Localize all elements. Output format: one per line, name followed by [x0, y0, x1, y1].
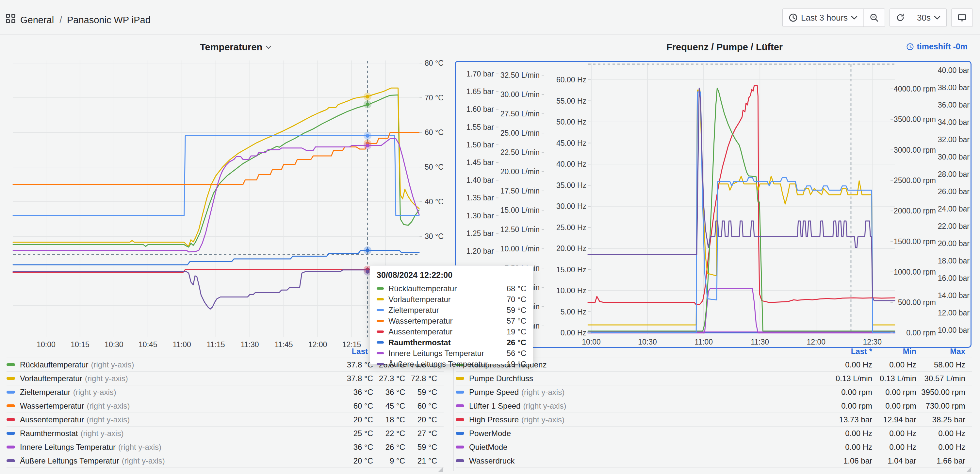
legend-value-max: 730.00 rpm — [916, 401, 965, 410]
legend-value-max: 38.25 bar — [916, 415, 965, 424]
tooltip-color-swatch — [377, 298, 384, 300]
y-axis-label: 70 °C — [425, 93, 444, 102]
kiosk-mode-button[interactable] — [951, 9, 972, 27]
legend-label[interactable]: Raumthermostat(right y-axis) — [6, 429, 334, 438]
legend-row-innere[interactable]: Innere Leitungs Temperatur(right y-axis)… — [6, 440, 444, 454]
legend-row-ziel[interactable]: Zieltemperatur(right y-axis)36 °C36 °C59… — [6, 385, 444, 399]
legend-label[interactable]: Innere Leitungs Temperatur(right y-axis) — [6, 443, 334, 452]
legend-label[interactable]: Lüfter 1 Speed(right y-axis) — [456, 401, 817, 410]
legend-row-powermode[interactable]: PowerMode0.00 Hz0.00 Hz0.00 Hz — [456, 426, 972, 440]
legend-value-max: 59 °C — [405, 388, 437, 397]
refresh-button[interactable] — [890, 9, 911, 27]
tooltip-color-swatch — [377, 363, 384, 365]
legend-value-max: 1.66 bar — [916, 456, 965, 466]
tooltip-series-name: Innere Leitungs Temperatur — [388, 349, 507, 358]
legend-row-kompressor[interactable]: Kompressor Frequenz0.00 Hz0.00 Hz58.00 H… — [456, 357, 972, 371]
legend-value-last: 0.00 rpm — [817, 388, 872, 397]
legend-row-luefter[interactable]: Lüfter 1 Speed(right y-axis)0.00 rpm0.00… — [456, 399, 972, 413]
tooltip-series-name: Äußere Leitungs Temperatur — [388, 359, 507, 369]
y-axis-label: 80 °C — [425, 59, 444, 68]
legend-resize-handle[interactable] — [438, 467, 443, 472]
legend-color-swatch — [456, 432, 464, 435]
legend-value-min: 1.04 bar — [872, 456, 916, 466]
legend-value-max: 20 °C — [405, 415, 437, 424]
legend-value-min: 0.00 Hz — [872, 443, 916, 452]
right-chart-canvas[interactable] — [588, 63, 895, 334]
right-panel-title[interactable]: Frequenz / Pumpe / Lüfter — [667, 42, 783, 53]
legend-color-swatch — [456, 418, 464, 421]
legend-row-aeussere[interactable]: Äußere Leitungs Temperatur(right y-axis)… — [6, 454, 444, 468]
legend-value-last: 0.00 rpm — [817, 401, 872, 410]
legend-row-raum[interactable]: Raumthermostat(right y-axis)25 °C22 °C27… — [6, 426, 444, 440]
legend-value-max: 0.00 Hz — [916, 443, 965, 452]
tooltip-series-name: Wassertemperatur — [388, 316, 507, 326]
y-axis-label: 40 °C — [425, 197, 444, 206]
tooltip-row: Raumthermostat26 °C — [377, 337, 526, 348]
chevron-down-icon — [266, 45, 272, 49]
legend-label[interactable]: High Pressure(right y-axis) — [456, 415, 817, 424]
legend-label[interactable]: Aussentemperatur(right y-axis) — [6, 415, 334, 424]
legend-row-highpressure[interactable]: High Pressure(right y-axis)13.73 bar12.9… — [456, 413, 972, 426]
legend-value-last: 20 °C — [334, 415, 373, 424]
tooltip-row: Äußere Leitungs Temperatur19 °C — [377, 359, 526, 369]
right-legend-table: Last * Min Max Kompressor Frequenz0.00 H… — [456, 345, 972, 468]
legend-color-swatch — [456, 404, 464, 407]
legend-header-last[interactable]: Last * — [334, 347, 373, 356]
legend-row-vorlauf[interactable]: Vorlauftemperatur(right y-axis)37.8 °C27… — [6, 371, 444, 385]
legend-value-max: 3950.00 rpm — [916, 388, 965, 397]
legend-value-min: 0.00 rpm — [872, 401, 916, 410]
legend-value-last: 36 °C — [334, 443, 373, 452]
legend-header-max[interactable]: Max — [916, 347, 965, 356]
legend-value-last: 0.00 Hz — [817, 360, 872, 369]
legend-row-pumpespeed[interactable]: Pumpe Speed(right y-axis)0.00 rpm0.00 rp… — [456, 385, 972, 399]
legend-header-min[interactable]: Min — [872, 347, 916, 356]
legend-value-min: 22 °C — [373, 429, 405, 438]
legend-label[interactable]: Wassertemperatur(right y-axis) — [6, 401, 334, 410]
left-chart-canvas[interactable] — [13, 61, 419, 337]
legend-header-last[interactable]: Last * — [817, 347, 872, 356]
legend-row-durchfluss[interactable]: Pumpe Durchfluss0.13 L/min0.13 L/min30.5… — [456, 371, 972, 385]
legend-color-swatch — [6, 459, 15, 462]
zoom-out-icon — [870, 13, 879, 22]
y-axis-label: 30 °C — [425, 232, 444, 241]
clock-icon — [906, 43, 914, 51]
zoom-out-button[interactable] — [863, 9, 885, 27]
legend-color-swatch — [6, 404, 15, 407]
chart-tooltip: 30/08/2024 12:22:00 Rücklauftemperatur68… — [370, 265, 533, 364]
legend-value-min: 26 °C — [373, 443, 405, 452]
legend-row-quietmode[interactable]: QuietMode0.00 Hz0.00 Hz0.00 Hz — [456, 440, 972, 454]
legend-value-max: 27 °C — [405, 429, 437, 438]
timeshift-indicator[interactable]: timeshift -0m — [906, 42, 967, 51]
left-panel-title[interactable]: Temperaturen — [200, 42, 272, 53]
legend-label[interactable]: Pumpe Speed(right y-axis) — [456, 388, 817, 397]
legend-resize-handle[interactable] — [967, 467, 971, 472]
clock-icon — [789, 13, 798, 22]
tooltip-row: Zieltemperatur59 °C — [377, 305, 526, 316]
legend-color-swatch — [456, 445, 464, 448]
time-range-picker[interactable]: Last 3 hours — [783, 9, 863, 27]
tooltip-series-value: 19 °C — [507, 327, 526, 337]
legend-label[interactable]: Pumpe Durchfluss — [456, 374, 817, 383]
legend-label[interactable]: Rücklauftemperatur(right y-axis) — [6, 360, 334, 369]
legend-row-aussen[interactable]: Aussentemperatur(right y-axis)20 °C18 °C… — [6, 413, 444, 426]
legend-value-last: 20 °C — [334, 456, 373, 466]
legend-label[interactable]: PowerMode — [456, 429, 817, 438]
legend-label[interactable]: Wasserdruck — [456, 456, 817, 466]
legend-color-swatch — [6, 445, 15, 448]
breadcrumb-root[interactable]: General — [20, 15, 54, 26]
legend-row-wasser[interactable]: Wassertemperatur(right y-axis)60 °C45 °C… — [6, 399, 444, 413]
breadcrumb-page[interactable]: Panasonic WP iPad — [67, 15, 151, 26]
legend-value-max: 60 °C — [405, 401, 437, 410]
y-axis-label: 60 °C — [425, 128, 444, 137]
legend-value-last: 1.06 bar — [817, 456, 872, 466]
refresh-interval-picker[interactable]: 30s — [911, 9, 947, 27]
legend-value-min: 18 °C — [373, 415, 405, 424]
legend-label[interactable]: Zieltemperatur(right y-axis) — [6, 388, 334, 397]
legend-row-wasserdruck[interactable]: Wasserdruck1.06 bar1.04 bar1.66 bar — [456, 454, 972, 468]
tooltip-series-value: 70 °C — [507, 295, 526, 304]
tooltip-series-value: 56 °C — [507, 349, 526, 358]
legend-label[interactable]: Äußere Leitungs Temperatur(right y-axis) — [6, 456, 334, 466]
legend-label[interactable]: QuietMode — [456, 443, 817, 452]
legend-label[interactable]: Vorlauftemperatur(right y-axis) — [6, 374, 334, 383]
dashboards-grid-icon[interactable] — [6, 14, 16, 24]
